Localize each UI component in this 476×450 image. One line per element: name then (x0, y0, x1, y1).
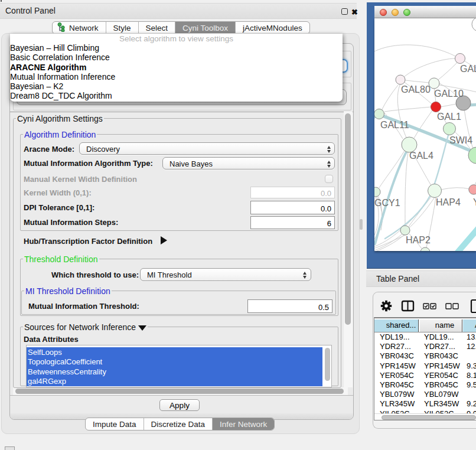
svg-text:GAL80: GAL80 (401, 84, 431, 94)
svg-text:GAL10: GAL10 (434, 89, 464, 99)
svg-text:GAL4: GAL4 (409, 151, 433, 161)
svg-text:GCY1: GCY1 (374, 198, 400, 208)
svg-text:GAL1: GAL1 (437, 112, 461, 122)
svg-text:HAP2: HAP2 (406, 235, 431, 245)
svg-text:GAL7: GAL7 (460, 64, 476, 74)
svg-text:YJ: YJ (473, 197, 476, 207)
svg-text:GAL11: GAL11 (380, 120, 409, 130)
svg-text:SWI4: SWI4 (449, 135, 472, 145)
svg-text:HAP4: HAP4 (436, 197, 461, 207)
